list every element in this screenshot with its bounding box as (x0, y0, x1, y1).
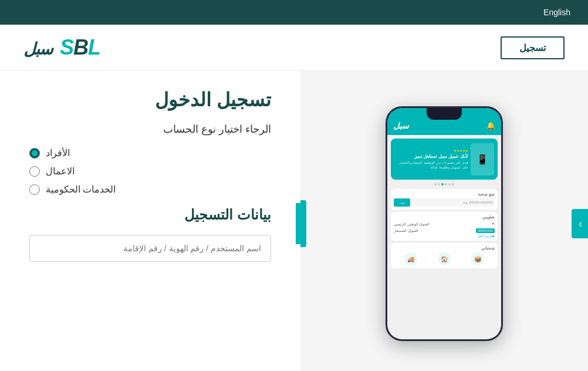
radio-government[interactable]: الخدمات الحكومية (29, 184, 271, 195)
phone-icon-2: 🏠 (438, 252, 451, 265)
main-content: 🔔 سبل 📱 ★★★★★ لأنك عميل سبل تستاهل تميز … (0, 71, 588, 371)
form-subtitle: الرجاء اختيار نوع الحساب (29, 123, 271, 136)
phone-shipment-icons: 📦 🏠 🚚 (394, 252, 495, 265)
phone-icon-1: 📦 (471, 252, 484, 265)
radio-government-input[interactable] (29, 184, 40, 195)
right-accent-bar (296, 203, 300, 244)
phone-track-input-box: e.g. XHSNF74652H8D (412, 198, 495, 207)
phone-address-section: عناويني 📍 العنوان الوطني الرئيسي RRRD292… (391, 212, 498, 241)
phone-icon-3: 🚚 (404, 252, 417, 265)
radio-individuals-label: الأفراد (46, 147, 70, 158)
topbar: English (0, 0, 588, 25)
header: تسجيل SBL سبل (0, 25, 588, 71)
logo: SBL سبل (23, 35, 100, 60)
radio-business[interactable]: الاعمال (29, 166, 271, 177)
phone-screen: 🔔 سبل 📱 ★★★★★ لأنك عميل سبل تستاهل تميز … (387, 108, 501, 339)
phone-mockup: 🔔 سبل 📱 ★★★★★ لأنك عميل سبل تستاهل تميز … (386, 106, 503, 341)
phone-search-button: بحث (394, 198, 410, 207)
radio-individuals[interactable]: الأفراد (29, 147, 271, 158)
dot-2 (448, 183, 451, 186)
phone-address-icon-1: 📍 (491, 222, 495, 226)
dot-5 (438, 183, 440, 186)
radio-government-label: الخدمات الحكومية (46, 184, 116, 195)
account-type-radio-group: الأفراد الاعمال الخدمات الحكومية (29, 147, 271, 195)
phone-shipments-section: شحناتي 📦 🏠 🚚 (391, 243, 498, 268)
form-title: تسجيل الدخول (29, 89, 271, 111)
phone-address-code: RRRD2929 (476, 228, 495, 233)
radio-individuals-input[interactable] (29, 148, 40, 158)
phone-banner-text: ★★★★★ لأنك عميل سبل تستاهل تميز قدم على … (394, 149, 468, 170)
phone-address-item-2: RRRD2929 العنوان المستعار (394, 227, 495, 234)
dot-1 (452, 183, 454, 186)
phone-bell-icon: 🔔 (486, 122, 495, 130)
phone-shipments-title: شحناتي (394, 246, 495, 251)
phone-show-all: ▶ عرض الكل (394, 234, 495, 238)
phone-address-label-1: العنوان الوطني الرئيسي (394, 222, 430, 226)
banner-dots (391, 183, 498, 186)
logo-text: SBL سبل (23, 35, 100, 60)
phone-address-title: عناويني (394, 215, 495, 220)
radio-business-label: الاعمال (46, 166, 75, 177)
phone-logo: سبل (393, 121, 409, 130)
left-accent-bar (300, 200, 306, 247)
left-panel: 🔔 سبل 📱 ★★★★★ لأنك عميل سبل تستاهل تميز … (300, 71, 588, 371)
right-panel: تسجيل الدخول الرجاء اختيار نوع الحساب ال… (0, 71, 300, 371)
language-switcher[interactable]: English (543, 8, 570, 17)
username-input[interactable] (29, 235, 271, 262)
phone-address-label-2: العنوان المستعار (394, 229, 418, 232)
carousel-next-arrow[interactable]: › (572, 209, 588, 238)
dot-4 (441, 183, 444, 186)
phone-track-input-row: e.g. XHSNF74652H8D بحث (394, 198, 495, 207)
radio-business-input[interactable] (29, 166, 40, 177)
phone-banner: 📱 ★★★★★ لأنك عميل سبل تستاهل تميز قدم عل… (391, 139, 498, 180)
phone-notch (427, 108, 462, 120)
phone-banner-image: 📱 (471, 143, 494, 176)
phone-track-title: تتبع شحنة (394, 192, 495, 197)
register-button[interactable]: تسجيل (501, 36, 565, 59)
phone-body: 📱 ★★★★★ لأنك عميل سبل تستاهل تميز قدم عل… (387, 135, 501, 339)
phone-track-section: تتبع شحنة e.g. XHSNF74652H8D بحث (391, 189, 498, 210)
dot-6 (434, 183, 437, 186)
registration-data-title: بيانات التسجيل (29, 207, 271, 223)
phone-address-item-1: 📍 العنوان الوطني الرئيسي (394, 221, 495, 227)
dot-3 (445, 183, 447, 186)
